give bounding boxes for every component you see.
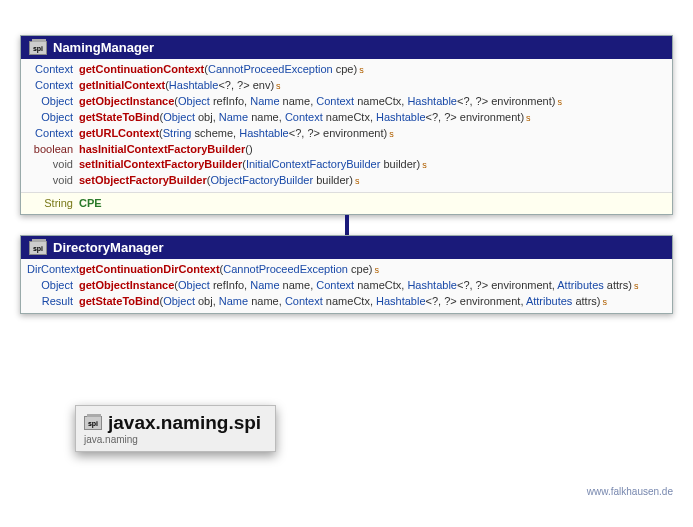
method-params: (CannotProceedException cpe) xyxy=(204,62,357,77)
method-row: ContextgetContinuationContext (CannotPro… xyxy=(27,62,666,78)
method-row: ObjectgetStateToBind (Object obj, Name n… xyxy=(27,110,666,126)
return-type: void xyxy=(27,173,79,188)
method-params: (ObjectFactoryBuilder builder) xyxy=(207,173,353,188)
method-name: getStateToBind xyxy=(79,294,159,309)
method-row: ContextgetInitialContext (Hashtable<?, ?… xyxy=(27,78,666,94)
static-icon: s xyxy=(422,158,427,173)
method-params: (Object refInfo, Name name, Context name… xyxy=(174,94,555,109)
class-header: spiNamingManager xyxy=(21,36,672,59)
class-body: DirContextgetContinuationDirContext (Can… xyxy=(21,259,672,313)
method-params: (String scheme, Hashtable<?, ?> environm… xyxy=(159,126,387,141)
package-box: spi javax.naming.spi java.naming xyxy=(75,405,276,452)
method-params: (Hashtable<?, ?> env) xyxy=(165,78,274,93)
method-name: getStateToBind xyxy=(79,110,159,125)
class-box: spiDirectoryManagerDirContextgetContinua… xyxy=(20,235,673,314)
method-name: getContinuationContext xyxy=(79,62,204,77)
method-row: ResultgetStateToBind (Object obj, Name n… xyxy=(27,294,666,310)
return-type: DirContext xyxy=(27,262,79,277)
spi-icon: spi xyxy=(29,241,47,255)
return-type: void xyxy=(27,157,79,172)
class-name: DirectoryManager xyxy=(53,240,164,255)
return-type: Context xyxy=(27,126,79,141)
method-name: setObjectFactoryBuilder xyxy=(79,173,207,188)
static-icon: s xyxy=(389,127,394,142)
method-name: getContinuationDirContext xyxy=(79,262,220,277)
method-name: getInitialContext xyxy=(79,78,165,93)
return-type: Context xyxy=(27,62,79,77)
return-type: Object xyxy=(27,278,79,293)
method-name: getURLContext xyxy=(79,126,159,141)
static-icon: s xyxy=(374,263,379,278)
return-type: boolean xyxy=(27,142,79,157)
return-type: Object xyxy=(27,94,79,109)
method-params: (Object refInfo, Name name, Context name… xyxy=(174,278,632,293)
class-header: spiDirectoryManager xyxy=(21,236,672,259)
method-row: voidsetInitialContextFactoryBuilder (Ini… xyxy=(27,157,666,173)
method-row: DirContextgetContinuationDirContext (Can… xyxy=(27,262,666,278)
static-icon: s xyxy=(526,111,531,126)
spi-icon: spi xyxy=(84,416,102,430)
package-module: java.naming xyxy=(84,434,261,445)
static-icon: s xyxy=(359,63,364,78)
method-name: getObjectInstance xyxy=(79,278,174,293)
class-box: spiNamingManagerContextgetContinuationCo… xyxy=(20,35,673,215)
static-icon: s xyxy=(355,174,360,189)
field-row: StringCPE xyxy=(27,196,666,211)
class-name: NamingManager xyxy=(53,40,154,55)
static-icon: s xyxy=(276,79,281,94)
return-type: Object xyxy=(27,110,79,125)
static-icon: s xyxy=(557,95,562,110)
method-params: (CannotProceedException cpe) xyxy=(220,262,373,277)
method-row: ContextgetURLContext (String scheme, Has… xyxy=(27,126,666,142)
inheritance-connector xyxy=(345,215,349,235)
method-params: (InitialContextFactoryBuilder builder) xyxy=(242,157,420,172)
method-params: () xyxy=(245,142,252,157)
return-type: Result xyxy=(27,294,79,309)
method-name: hasInitialContextFactoryBuilder xyxy=(79,142,245,157)
method-row: ObjectgetObjectInstance (Object refInfo,… xyxy=(27,278,666,294)
method-row: booleanhasInitialContextFactoryBuilder (… xyxy=(27,142,666,157)
method-name: getObjectInstance xyxy=(79,94,174,109)
field-section: StringCPE xyxy=(21,192,672,214)
class-body: ContextgetContinuationContext (CannotPro… xyxy=(21,59,672,192)
package-name: javax.naming.spi xyxy=(108,412,261,434)
method-row: voidsetObjectFactoryBuilder (ObjectFacto… xyxy=(27,173,666,189)
spi-icon: spi xyxy=(29,41,47,55)
field-type: String xyxy=(27,196,79,211)
static-icon: s xyxy=(634,279,639,294)
field-name: CPE xyxy=(79,196,102,211)
method-params: (Object obj, Name name, Context nameCtx,… xyxy=(159,294,600,309)
footer-link[interactable]: www.falkhausen.de xyxy=(587,486,673,497)
static-icon: s xyxy=(603,295,608,310)
package-title: spi javax.naming.spi xyxy=(84,412,261,434)
method-row: ObjectgetObjectInstance (Object refInfo,… xyxy=(27,94,666,110)
method-name: setInitialContextFactoryBuilder xyxy=(79,157,242,172)
return-type: Context xyxy=(27,78,79,93)
method-params: (Object obj, Name name, Context nameCtx,… xyxy=(159,110,524,125)
